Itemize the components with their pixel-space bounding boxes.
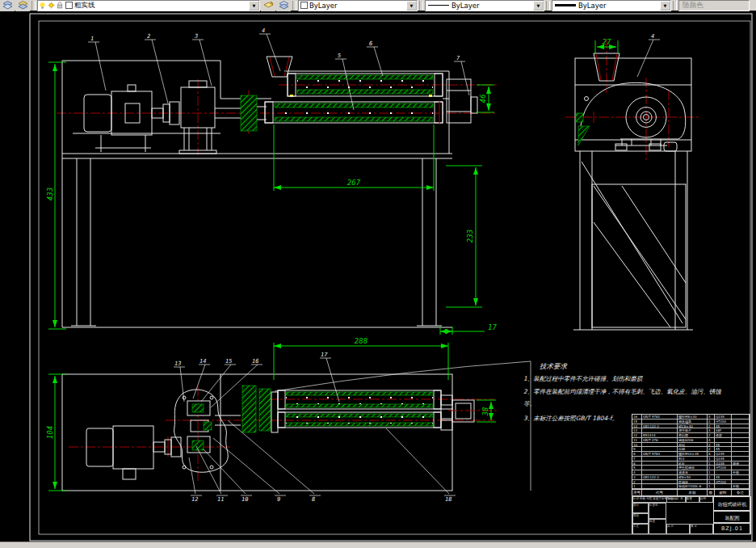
product-name-cell: 齿辊式破碎机 xyxy=(713,496,751,511)
upper-roller-plan xyxy=(278,390,441,409)
plan-view xyxy=(62,361,531,491)
title-block-bottom: 标记 处数 分区 更改文件号 签名 年、月、日 设计 审核 工艺 标准化 批准 … xyxy=(632,496,750,534)
linetype-combo-arrow[interactable]: ▼ xyxy=(533,1,544,11)
balloon: 2 xyxy=(145,33,168,103)
lineweight-value: ByLayer xyxy=(578,2,607,10)
drive-hatch-plan xyxy=(242,386,256,432)
bom-table: 16GB/T 5782螺栓M8×304Q23515轴承端盖2HT20014GB1… xyxy=(632,415,750,489)
cad-application: { "toolbar": { "layer_name": "粗实线", "col… xyxy=(0,0,756,548)
scale-cell: 比例 xyxy=(699,496,713,503)
svg-text:14: 14 xyxy=(200,358,206,365)
svg-text:18: 18 xyxy=(445,496,452,503)
svg-text:10: 10 xyxy=(242,496,248,503)
balloon: 14 xyxy=(193,358,210,398)
layer-lock-icon xyxy=(57,2,63,9)
balloon: 11 xyxy=(196,446,228,503)
svg-text:2: 2 xyxy=(147,33,150,40)
balloon: 4 xyxy=(637,33,660,77)
color-value: ByLayer xyxy=(309,2,338,10)
tech-req-line: 等。 xyxy=(523,400,536,407)
svg-text:12: 12 xyxy=(191,496,198,503)
svg-text:6: 6 xyxy=(369,40,372,47)
dim-roller-length: 267 xyxy=(347,179,361,187)
balloon: 6 xyxy=(367,40,383,76)
make-object-layer-current-icon[interactable] xyxy=(261,0,275,11)
color-combo-arrow[interactable]: ▼ xyxy=(406,1,417,11)
balloon: 12 xyxy=(189,457,202,503)
balloon: 9 xyxy=(213,438,286,503)
drive-hatch-plan xyxy=(259,389,271,431)
balloon: 3 xyxy=(192,33,212,86)
dim-outlet-width: 38 xyxy=(481,407,489,417)
side-view xyxy=(565,39,701,330)
dim-hopper-width: 27 xyxy=(603,38,611,46)
layer-states-icon[interactable] xyxy=(15,0,30,11)
toolbar-separator xyxy=(32,1,36,11)
svg-text:7: 7 xyxy=(456,55,460,61)
layer-previous-icon[interactable] xyxy=(276,0,291,11)
layer-combo[interactable]: 粗实线 ▼ xyxy=(37,0,260,11)
bom-header: 序号 代号 名称 数量 材料 备注 xyxy=(632,489,750,496)
color-control-combo[interactable]: ByLayer ▼ xyxy=(298,0,418,11)
dim-front-height: 433 xyxy=(46,188,54,200)
process-cell: 工艺 xyxy=(632,524,649,534)
layer-combo-arrow[interactable]: ▼ xyxy=(249,1,259,11)
page-cell: 第 张 xyxy=(690,524,713,534)
tech-req-line: 3、未标注公差按照GB/T 1804-f。 xyxy=(523,415,618,422)
mass-cell: 质量 xyxy=(686,496,699,503)
plot-style-combo: 随颜色 xyxy=(678,0,750,11)
lineweight-sample xyxy=(555,4,576,6)
svg-text:4: 4 xyxy=(262,27,265,34)
drawing-number-cell: BZJ.01 xyxy=(713,523,751,534)
svg-text:15: 15 xyxy=(225,358,232,365)
svg-text:16: 16 xyxy=(252,358,258,365)
dim-frame-lower-height: 233 xyxy=(466,230,474,242)
layer-freeze-sun-icon xyxy=(48,2,55,9)
balloon: 4 xyxy=(259,27,280,71)
color-swatch xyxy=(300,2,308,9)
stage-cell: 阶段标记 xyxy=(666,496,686,503)
lineweight-combo-arrow[interactable]: ▼ xyxy=(660,1,670,11)
sheets-cell: 共 张 xyxy=(666,524,690,534)
balloon: 1 xyxy=(88,36,106,91)
svg-text:9: 9 xyxy=(277,496,280,503)
linetype-control-combo[interactable]: ByLayer ▼ xyxy=(425,0,544,11)
layer-properties-icon[interactable] xyxy=(0,0,15,11)
doc-type-cell: 装配图 xyxy=(713,511,751,523)
dim-foot-offset: 17 xyxy=(488,323,497,331)
plot-style-value: 随颜色 xyxy=(679,1,704,11)
lineweight-control-combo[interactable]: ByLayer ▼ xyxy=(552,0,671,11)
balloon: 7 xyxy=(454,55,469,95)
motor-front xyxy=(84,85,163,152)
svg-text:5: 5 xyxy=(338,53,341,59)
command-line-strip[interactable] xyxy=(0,542,756,548)
svg-text:8: 8 xyxy=(312,496,315,503)
motor-plan xyxy=(86,426,181,479)
toolbar-separator xyxy=(419,1,423,11)
gearbox-plan xyxy=(174,390,241,472)
stand-chute-side xyxy=(573,151,693,330)
toolbar-separator xyxy=(292,1,296,11)
svg-text:17: 17 xyxy=(321,352,328,358)
svg-text:3: 3 xyxy=(194,33,198,40)
toolbar-separator xyxy=(673,1,677,11)
design-cell: 设计 xyxy=(632,503,649,513)
tech-req-line: 1、装配过程中零件不允许碰撞、划伤和磨损 xyxy=(523,375,644,382)
svg-text:1: 1 xyxy=(90,36,94,42)
balloon: 18 xyxy=(386,428,456,503)
approve-cell: 批准 xyxy=(649,519,666,535)
linetype-sample xyxy=(428,5,449,6)
svg-text:11: 11 xyxy=(217,496,224,503)
standard-cell: 标准化 xyxy=(649,503,666,519)
tech-req-line: 2、零件在装配前均须清理干净，不得有毛刺、飞边、氧化皮、油污、锈蚀 xyxy=(523,388,721,395)
front-view xyxy=(57,57,497,327)
toolbar: 粗实线 ▼ ByLayer ▼ ByLayer ▼ ByLayer ▼ 随颜色 xyxy=(0,0,756,11)
technical-requirements: 技术要求 1、装配过程中零件不允许碰撞、划伤和磨损 2、零件在装配前均须清理干净… xyxy=(523,362,721,422)
right-bracket-front xyxy=(447,79,477,123)
svg-text:13: 13 xyxy=(174,360,181,367)
layer-on-bulb-icon xyxy=(39,2,46,9)
coupling-hatch-front xyxy=(241,95,257,131)
check-cell: 审核 xyxy=(632,513,649,524)
linetype-value: ByLayer xyxy=(452,2,480,10)
tech-req-title: 技术要求 xyxy=(540,362,569,370)
